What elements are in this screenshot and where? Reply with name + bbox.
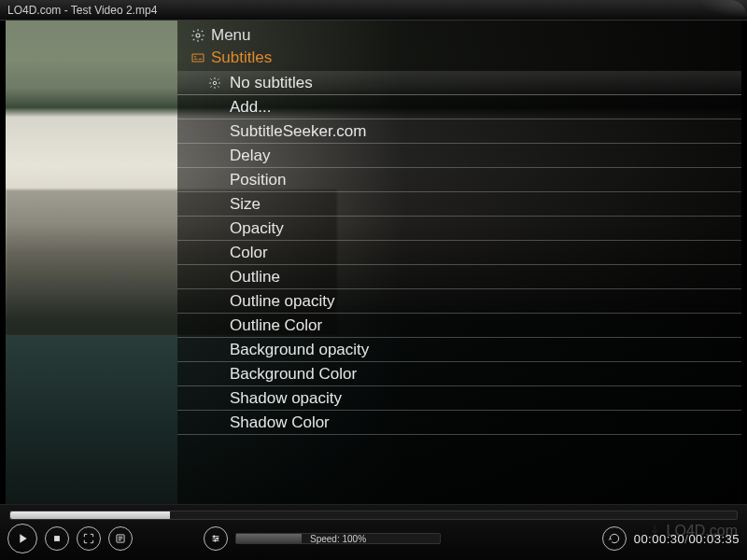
titlebar-decoration	[691, 0, 747, 21]
svg-point-0	[196, 34, 200, 37]
current-time: 00:00:30	[634, 532, 685, 546]
menu-item-shadow-opacity[interactable]: Shadow opacity	[177, 386, 741, 411]
menu-item-label: Position	[230, 171, 286, 189]
svg-point-6	[217, 538, 218, 539]
menu-item-opacity[interactable]: Opacity	[177, 217, 741, 241]
seek-progress	[10, 511, 170, 519]
svg-rect-3	[54, 536, 60, 541]
menu-item-delay[interactable]: Delay	[177, 144, 741, 168]
menu-breadcrumb-section[interactable]: Subtitles	[177, 47, 741, 69]
menu-item-label: Delay	[230, 147, 270, 165]
gear-icon	[190, 28, 205, 43]
menu-item-outline-color[interactable]: Outline Color	[177, 314, 741, 338]
menu-item-label: Outline opacity	[230, 292, 334, 311]
menu-item-label: Background Color	[230, 365, 357, 384]
menu-breadcrumb-root-label: Menu	[211, 26, 251, 45]
playlist-button[interactable]	[108, 526, 133, 551]
menu-item-shadow-color[interactable]: Shadow Color	[177, 411, 741, 435]
control-button-row: Speed: 100% 00:00:30/00:03:35	[7, 523, 740, 554]
menu-item-label: Opacity	[230, 219, 284, 238]
menu-item-label: No subtitles	[230, 74, 313, 92]
menu-breadcrumb-root[interactable]: Menu	[177, 24, 741, 47]
menu-item-position[interactable]: Position	[177, 168, 741, 192]
menu-breadcrumb-section-label: Subtitles	[211, 49, 272, 67]
fullscreen-button[interactable]	[77, 526, 101, 551]
svg-point-7	[215, 539, 217, 541]
menu-item-outline[interactable]: Outline	[177, 265, 741, 289]
title-bar: LO4D.com - Test Video 2.mp4	[0, 0, 747, 21]
time-display: 00:00:30/00:03:35	[634, 532, 740, 546]
play-button[interactable]	[7, 524, 37, 553]
menu-item-label: Background opacity	[230, 341, 369, 359]
menu-item-background-opacity[interactable]: Background opacity	[177, 338, 741, 362]
menu-item-no-subtitles[interactable]: No subtitles	[177, 71, 741, 95]
total-time: 00:03:35	[688, 532, 740, 546]
stop-button[interactable]	[45, 526, 69, 551]
svg-point-5	[213, 536, 215, 538]
svg-point-2	[213, 81, 217, 85]
menu-item-label: Shadow Color	[230, 413, 330, 432]
menu-item-subtitleseeker[interactable]: SubtitleSeeker.com	[177, 119, 741, 144]
speed-fill	[236, 534, 302, 543]
menu-item-size[interactable]: Size	[177, 192, 741, 217]
menu-item-label: Size	[230, 195, 261, 214]
menu-item-background-color[interactable]: Background Color	[177, 362, 741, 386]
menu-item-color[interactable]: Color	[177, 241, 741, 265]
gear-icon	[207, 77, 222, 90]
menu-list: No subtitles Add... SubtitleSeeker.com D…	[177, 71, 741, 435]
menu-item-label: Shadow opacity	[230, 389, 342, 408]
subtitles-icon	[190, 50, 205, 65]
osd-menu: Menu Subtitles No subtitles Add... Subti…	[177, 21, 741, 504]
menu-item-label: Color	[230, 244, 268, 262]
seek-bar[interactable]	[9, 511, 738, 520]
speed-label: Speed: 100%	[310, 534, 366, 544]
window-title: LO4D.com - Test Video 2.mp4	[7, 4, 157, 17]
menu-item-label: SubtitleSeeker.com	[230, 122, 366, 141]
menu-item-add[interactable]: Add...	[177, 95, 741, 119]
svg-rect-1	[192, 54, 204, 62]
menu-item-label: Outline	[230, 268, 280, 287]
player-controls: Speed: 100% 00:00:30/00:03:35	[0, 504, 747, 560]
speed-slider[interactable]: Speed: 100%	[235, 533, 441, 544]
repeat-button[interactable]	[602, 526, 627, 551]
menu-item-outline-opacity[interactable]: Outline opacity	[177, 289, 741, 314]
settings-button[interactable]	[204, 526, 228, 551]
menu-item-label: Add...	[230, 98, 271, 117]
menu-item-label: Outline Color	[230, 316, 322, 335]
